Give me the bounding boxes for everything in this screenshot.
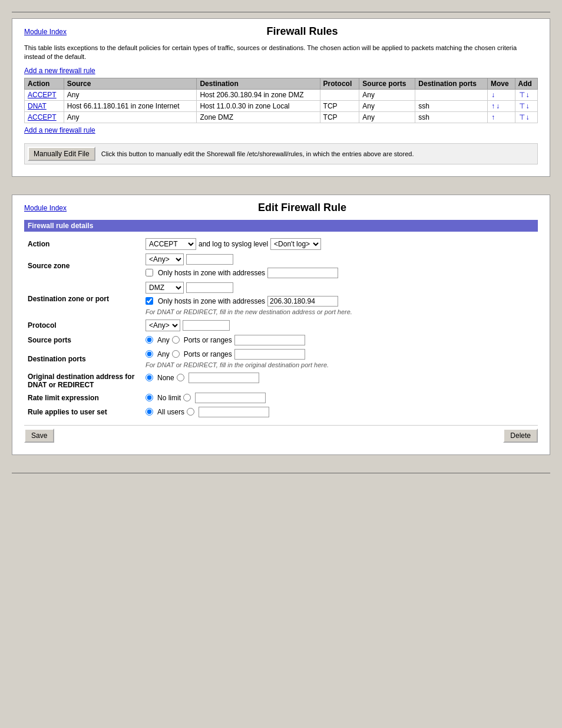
source-only-hosts-input[interactable] — [267, 268, 338, 278]
firewall-rules-panel: Module Index Firewall Rules This table l… — [12, 18, 550, 177]
table-cell: Any — [359, 100, 415, 111]
source-zone-input[interactable] — [186, 254, 233, 265]
source-zone-label: Source zone — [24, 252, 142, 280]
move-up-btn[interactable]: ↑ — [491, 102, 495, 110]
section-header: Firewall rule details — [24, 220, 538, 232]
form-buttons: Save Delete — [24, 425, 538, 443]
table-cell: TCP — [320, 111, 359, 123]
table-cell — [415, 89, 488, 100]
save-button[interactable]: Save — [24, 429, 54, 443]
log-level-select[interactable]: <Don't log> debug info notice warning — [270, 238, 321, 250]
user-set-label: Rule applies to user set — [24, 405, 142, 419]
table-cell: Host 66.11.180.161 in zone Internet — [64, 100, 197, 111]
table-cell: TCP — [320, 100, 359, 111]
manually-edit-row: Manually Edit File Click this button to … — [24, 143, 538, 164]
orig-dest-none-radio[interactable] — [146, 374, 153, 381]
table-cell: ssh — [415, 100, 488, 111]
move-cell: ↑ — [487, 111, 515, 123]
add-below-btn[interactable]: ↓ — [526, 102, 530, 110]
source-ports-row: Source ports Any Ports or ranges — [24, 333, 538, 347]
source-ports-range-radio[interactable] — [172, 336, 180, 344]
add-cell: ⊤↓ — [515, 89, 537, 100]
user-set-all-radio[interactable] — [146, 408, 153, 416]
dest-ports-range-radio[interactable] — [172, 350, 180, 358]
source-only-hosts-label: Only hosts in zone with addresses — [158, 269, 265, 277]
add-above-btn[interactable]: ⊤ — [519, 91, 525, 99]
add-below-btn[interactable]: ↓ — [526, 113, 530, 121]
table-cell: Any — [64, 89, 197, 100]
original-dest-label: Original destination address for DNAT or… — [24, 371, 142, 391]
table-cell: Host 206.30.180.94 in zone DMZ — [197, 89, 320, 100]
add-above-btn[interactable]: ⊤ — [519, 113, 525, 121]
orig-dest-none-label: None — [157, 374, 174, 382]
add-rule-link-top[interactable]: Add a new firewall rule — [24, 67, 95, 75]
module-index-link-1[interactable]: Module Index — [24, 28, 67, 36]
move-up-btn[interactable]: ↑ — [491, 113, 495, 121]
dest-ports-input[interactable] — [234, 349, 305, 360]
module-index-link-2[interactable]: Module Index — [24, 204, 67, 212]
dest-only-hosts-input[interactable] — [267, 296, 338, 307]
table-cell: ssh — [415, 111, 488, 123]
panel2-title: Edit Firewall Rule — [67, 202, 538, 214]
source-ports-any-radio[interactable] — [146, 336, 153, 344]
source-zone-select[interactable]: <Any> Internet Local DMZ — [146, 253, 184, 265]
user-set-all-label: All users — [157, 408, 184, 416]
add-cell: ⊤↓ — [515, 100, 537, 111]
user-set-input[interactable] — [199, 407, 269, 417]
rate-limit-radio[interactable] — [183, 394, 191, 401]
dest-zone-row: Destination zone or port DMZ <Any> Inter… — [24, 280, 538, 318]
col-source-ports: Source ports — [359, 78, 415, 89]
orig-dest-input[interactable] — [189, 373, 259, 383]
user-set-row: Rule applies to user set All users — [24, 405, 538, 419]
col-action: Action — [25, 78, 64, 89]
source-zone-row: Source zone <Any> Internet Local DMZ — [24, 252, 538, 280]
log-label: and log to syslog level — [199, 240, 268, 248]
rate-limit-label: Rate limit expression — [24, 391, 142, 405]
dest-any-label: Any — [157, 350, 170, 358]
col-move: Move — [487, 78, 515, 89]
col-add: Add — [515, 78, 537, 89]
panel1-title: Firewall Rules — [67, 25, 538, 38]
user-set-specific-radio[interactable] — [187, 408, 194, 416]
table-row: ACCEPTAnyZone DMZTCPAnyssh↑⊤↓ — [25, 111, 538, 123]
source-ports-range-label: Ports or ranges — [184, 336, 232, 344]
col-destination: Destination — [197, 78, 320, 89]
edit-firewall-rule-panel: Module Index Edit Firewall Rule Firewall… — [12, 195, 550, 455]
action-select[interactable]: ACCEPT DROP REJECT DNAT REDIRECT — [146, 238, 196, 250]
panel1-description: This table lists exceptions to the defau… — [24, 44, 538, 62]
table-cell: Zone DMZ — [197, 111, 320, 123]
action-link[interactable]: DNAT — [28, 102, 47, 110]
table-cell: Host 11.0.0.30 in zone Local — [197, 100, 320, 111]
dest-ports-hint: For DNAT or REDIRECT, fill in the origin… — [146, 361, 329, 368]
source-only-hosts-checkbox[interactable] — [146, 269, 153, 276]
dest-zone-select[interactable]: DMZ <Any> Internet Local — [146, 282, 184, 294]
source-any-label: Any — [157, 336, 170, 344]
table-row: DNATHost 66.11.180.161 in zone InternetH… — [25, 100, 538, 111]
dest-zone-label: Destination zone or port — [24, 280, 142, 318]
move-down-btn[interactable]: ↓ — [496, 102, 500, 110]
table-cell: Any — [359, 111, 415, 123]
add-rule-link-bottom[interactable]: Add a new firewall rule — [24, 126, 95, 134]
protocol-input[interactable] — [183, 320, 230, 331]
add-below-btn[interactable]: ↓ — [526, 91, 530, 99]
dest-ports-label: Destination ports — [24, 347, 142, 371]
dest-ports-any-radio[interactable] — [146, 350, 153, 358]
orig-dest-other-radio[interactable] — [177, 374, 184, 381]
dest-ports-range-label: Ports or ranges — [184, 350, 232, 358]
col-protocol: Protocol — [320, 78, 359, 89]
delete-button[interactable]: Delete — [503, 429, 538, 443]
source-ports-input[interactable] — [234, 335, 305, 345]
action-link[interactable]: ACCEPT — [28, 91, 57, 99]
action-link[interactable]: ACCEPT — [28, 113, 57, 121]
add-cell: ⊤↓ — [515, 111, 537, 123]
dest-ports-row: Destination ports Any Ports or ranges Fo… — [24, 347, 538, 371]
dest-zone-input[interactable] — [186, 282, 233, 293]
move-down-btn[interactable]: ↓ — [491, 91, 495, 99]
add-above-btn[interactable]: ⊤ — [519, 102, 525, 110]
manually-edit-button[interactable]: Manually Edit File — [28, 147, 95, 161]
rate-limit-input[interactable] — [195, 393, 266, 403]
source-ports-label: Source ports — [24, 333, 142, 347]
protocol-select[interactable]: <Any> TCP UDP ICMP — [146, 319, 180, 331]
dest-only-hosts-checkbox[interactable] — [146, 297, 153, 305]
rate-no-limit-radio[interactable] — [146, 394, 153, 401]
